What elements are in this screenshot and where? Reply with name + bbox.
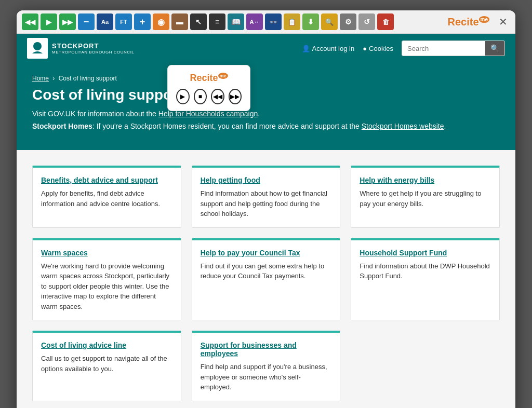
recite-popup-logo: Reciteme [176,72,242,84]
card-household-fund: Household Support Fund Find information … [351,238,500,321]
cookies-link[interactable]: ● Cookies [363,45,393,52]
cursor-button[interactable]: ↖ [190,13,207,30]
card-businesses-title[interactable]: Support for businesses and employees [201,341,332,358]
popup-stop-button[interactable]: ■ [194,89,207,104]
fast-forward-button[interactable]: ▶▶ [59,13,76,30]
person-icon: 👤 [302,45,310,52]
search-input[interactable] [402,42,485,55]
play-button[interactable]: ▶ [41,13,57,30]
delete-button[interactable]: 🗑 [377,13,394,30]
card-warm-spaces: Warm spaces We're working hard to provid… [32,238,181,321]
book-button[interactable]: 📖 [228,13,244,30]
card-advice-line: Cost of living advice line Call us to ge… [32,331,181,401]
popup-rewind-button[interactable]: ◀◀ [211,89,224,104]
card-businesses: Support for businesses and employees Fin… [192,331,341,401]
close-button[interactable]: ✕ [496,15,510,29]
card-household-fund-desc: Find information about the DWP Household… [360,261,491,281]
hat-button[interactable]: ▬ [171,13,188,30]
card-council-tax-title[interactable]: Help to pay your Council Tax [201,249,332,257]
rewind-button[interactable]: ◀◀ [22,13,38,30]
card-businesses-desc: Find help and support if you're a busine… [201,362,332,392]
card-food: Help getting food Find information about… [192,166,341,228]
breadcrumb-current: Cost of living support [59,75,117,82]
card-energy: Help with energy bills Where to get help… [351,166,500,228]
breadcrumb-separator: › [52,75,55,82]
nav-bar: STOCKPORT METROPOLITAN BOROUGH COUNCIL 👤… [17,34,515,63]
search-box: 🔍 [402,40,505,56]
minus-button[interactable]: − [78,13,95,30]
plus-button[interactable]: + [134,13,151,30]
account-link[interactable]: 👤 Account log in [302,45,355,52]
breadcrumb-home[interactable]: Home [32,75,49,82]
translate-button[interactable]: A↔ [246,13,263,30]
nav-links: 👤 Account log in ● Cookies 🔍 [302,40,506,56]
zoom-button[interactable]: 🔍 [321,13,338,30]
search-button[interactable]: 🔍 [485,41,504,56]
recite-logo: Reciteme [448,15,489,29]
card-food-title[interactable]: Help getting food [201,176,332,184]
color-wheel-button[interactable]: ◉ [153,13,169,30]
download-button[interactable]: ⬇ [302,13,319,30]
refresh-button[interactable]: ↺ [358,13,375,30]
lines-button[interactable]: ≡ [209,13,225,30]
card-warm-spaces-desc: We're working hard to provide welcoming … [41,261,172,312]
recite-popup-controls: ▶ ■ ◀◀ ▶▶ [176,89,242,104]
breadcrumb: Home › Cost of living support [32,75,117,82]
logo-image [27,38,48,59]
recite-popup: Reciteme ▶ ■ ◀◀ ▶▶ [167,65,250,111]
font-button[interactable]: Aa [97,13,113,30]
card-advice-line-desc: Call us to get support to navigate all o… [41,353,172,374]
svg-point-1 [33,42,42,50]
popup-forward-button[interactable]: ▶▶ [229,89,242,104]
hero-intro: Visit GOV.UK for information about the H… [32,110,500,118]
glasses-button[interactable]: 👓 [265,13,282,30]
stockport-homes-link[interactable]: Stockport Homes website [362,122,444,130]
cookie-icon: ● [363,45,367,52]
card-benefits-title[interactable]: Benefits, debt advice and support [41,176,172,184]
card-benefits-desc: Apply for benefits, find debt advice inf… [41,188,172,209]
clipboard-button[interactable]: 📋 [284,13,300,30]
hero-stockport: Stockport Homes: If you're a Stockport H… [32,122,500,130]
logo-text: STOCKPORT METROPOLITAN BOROUGH COUNCIL [52,42,134,55]
popup-play-button[interactable]: ▶ [176,89,190,104]
cards-grid: Benefits, debt advice and support Apply … [32,166,500,401]
accessibility-toolbar: ◀◀ ▶ ▶▶ − Aa FT + ◉ ▬ ↖ ≡ 📖 A↔ 👓 📋 ⬇ 🔍 ⚙… [17,10,515,34]
hero-section: Home › Cost of living support Cost of li… [17,63,515,150]
card-energy-title[interactable]: Help with energy bills [360,176,491,184]
ft-button[interactable]: FT [115,13,132,30]
site-logo: STOCKPORT METROPOLITAN BOROUGH COUNCIL [27,38,134,59]
card-benefits: Benefits, debt advice and support Apply … [32,166,181,228]
card-council-tax-desc: Find out if you can get some extra help … [201,261,332,281]
card-household-fund-title[interactable]: Household Support Fund [360,249,491,257]
card-warm-spaces-title[interactable]: Warm spaces [41,249,172,257]
card-energy-desc: Where to get help if you are struggling … [360,188,491,209]
card-advice-line-title[interactable]: Cost of living advice line [41,341,172,349]
card-food-desc: Find information about how to get financ… [201,188,332,219]
gear-button[interactable]: ⚙ [340,13,356,30]
card-council-tax: Help to pay your Council Tax Find out if… [192,238,341,321]
page-title: Cost of living support [32,87,500,103]
main-content: Benefits, debt advice and support Apply … [17,150,515,408]
